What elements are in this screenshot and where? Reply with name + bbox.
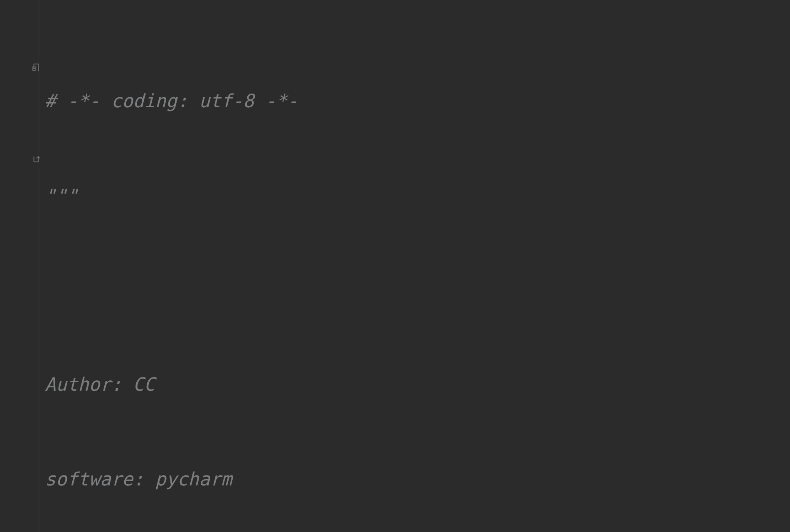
code-area[interactable]: # -*- coding: utf-8 -*- """ Author: CC s… <box>45 0 790 532</box>
gutter-divider <box>39 0 39 532</box>
code-line-2[interactable]: """ <box>45 180 790 212</box>
code-line-4[interactable]: Author: CC <box>45 369 790 400</box>
editor-gutter <box>0 0 45 532</box>
code-line-1[interactable]: # -*- coding: utf-8 -*- <box>45 85 790 117</box>
code-line-3[interactable] <box>45 274 790 306</box>
docstring-software: software: pycharm <box>45 468 232 490</box>
code-line-5[interactable]: software: pycharm <box>45 463 790 495</box>
fold-marker-close-icon[interactable] <box>32 155 44 167</box>
fold-marker-open-icon[interactable] <box>32 61 44 73</box>
code-editor[interactable]: # -*- coding: utf-8 -*- """ Author: CC s… <box>0 0 790 532</box>
docstring-open: """ <box>45 185 78 206</box>
comment-coding: # -*- coding: utf-8 -*- <box>45 90 298 111</box>
docstring-author: Author: CC <box>45 374 155 395</box>
